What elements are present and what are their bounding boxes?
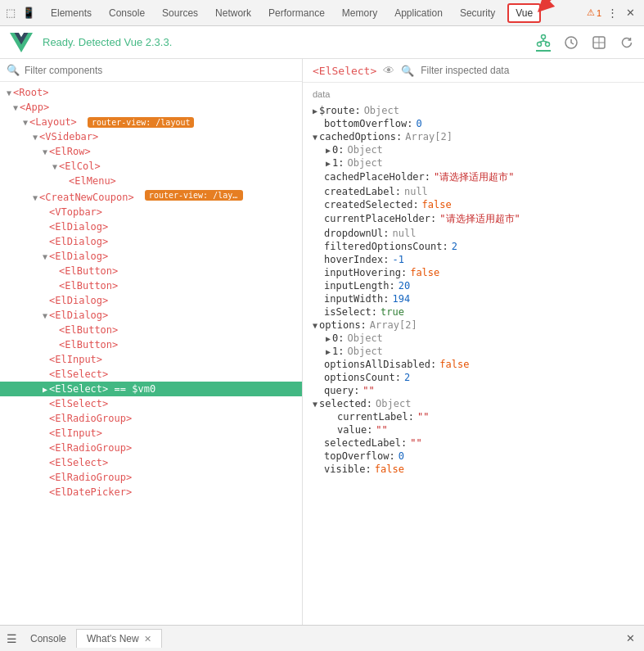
inspect-eye-icon[interactable]: 👁 (383, 64, 394, 77)
tree-item-elradiogroup1[interactable]: ▶<ElRadioGroup> (0, 411, 302, 426)
device-icon[interactable]: 📱 (21, 6, 36, 20)
component-search-bar: 🔍 (0, 59, 302, 82)
devtools-toolbar: ⬚ 📱 Elements Console Sources Network Per… (0, 0, 644, 26)
tab-vue[interactable]: Vue (507, 3, 541, 23)
tab-network[interactable]: Network (207, 0, 260, 25)
data-row-visible: visible:false (313, 463, 634, 476)
right-header: <ElSelect> 👁 🔍 (303, 59, 644, 83)
data-row-hoverindex: hoverIndex:-1 (313, 253, 634, 266)
tab-memory[interactable]: Memory (334, 0, 386, 25)
data-row-isselect: isSelect:true (313, 305, 634, 319)
data-row-optionscount: optionsCount:2 (313, 371, 634, 384)
warning-badge[interactable]: ⚠ 1 (587, 7, 601, 18)
data-row-options-0: ▶0:Object (313, 332, 634, 345)
tree-item-eldialog5[interactable]: ▼<ElDialog> (0, 308, 302, 323)
data-row-selectedlabel: selectedLabel:"" (313, 436, 634, 450)
data-row-inputhovering: inputHovering:false (313, 266, 634, 279)
tree-item-vsidebar[interactable]: ▼<VSidebar> (0, 129, 302, 144)
tree-item-elbutton1[interactable]: ▶<ElButton> (0, 264, 302, 278)
tab-sources[interactable]: Sources (154, 0, 207, 25)
tree-item-elrow[interactable]: ▼<ElRow> (0, 144, 302, 159)
data-row-filteredoptionscount: filteredOptionsCount:2 (313, 240, 634, 253)
data-row-cachedoptions: ▼cachedOptions:Array[2] (313, 130, 634, 143)
tree-item-elradiogroup2[interactable]: ▶<ElRadioGroup> (0, 441, 302, 455)
inspected-component-tag: <ElSelect> (313, 65, 376, 77)
data-row-inputlength: inputLength:20 (313, 279, 634, 292)
tree-item-elcol[interactable]: ▼<ElCol> (0, 159, 302, 174)
tree-item-vtopbar[interactable]: ▶<VTopbar> (0, 205, 302, 219)
tree-item-elselect1[interactable]: ▶<ElSelect> (0, 367, 302, 382)
tab-list: Elements Console Sources Network Perform… (43, 0, 587, 25)
component-tree: ▼<Root> ▼<App> ▼<Layout> router-view: /l… (0, 82, 302, 625)
data-search-input[interactable] (421, 65, 634, 76)
data-row-options-1: ▶1:Object (313, 345, 634, 358)
toolbar-icons-left: ⬚ 📱 (3, 6, 36, 20)
tree-item-eldialog3[interactable]: ▼<ElDialog> (0, 249, 302, 264)
data-row-bottomoverflow: bottomOverflow:0 (313, 117, 634, 130)
data-row-query: query:"" (313, 384, 634, 397)
tab-application[interactable]: Application (386, 0, 452, 25)
tree-item-elinput2[interactable]: ▶<ElInput> (0, 426, 302, 441)
tree-item-app[interactable]: ▼<App> (0, 100, 302, 115)
tree-item-elbutton4[interactable]: ▶<ElButton> (0, 337, 302, 352)
data-row-createdselected: createdSelected:false (313, 198, 634, 211)
tree-item-eldatepicker[interactable]: ▶<ElDatePicker> (0, 485, 302, 500)
tree-item-layout[interactable]: ▼<Layout> router-view: /layout (0, 115, 302, 129)
tree-item-elbutton2[interactable]: ▶<ElButton> (0, 278, 302, 293)
component-search-input[interactable] (25, 65, 295, 76)
tree-item-elradiogroup3[interactable]: ▶<ElRadioGroup> (0, 470, 302, 485)
data-search-icon: 🔍 (401, 65, 414, 77)
svg-line-4 (539, 41, 543, 43)
data-row-route: ▶$route:Object (313, 104, 634, 117)
main-panels: 🔍 ▼<Root> ▼<App> ▼<Layout> router-view: … (0, 59, 644, 625)
tree-item-elbutton3[interactable]: ▶<ElButton> (0, 323, 302, 337)
tree-item-eldialog2[interactable]: ▶<ElDialog> (0, 234, 302, 249)
data-row-cachedplaceholder: cachedPlaceHolder:"请选择适用超市" (313, 170, 634, 185)
svg-point-1 (538, 42, 542, 46)
tree-item-eldialog4[interactable]: ▶<ElDialog> (0, 293, 302, 308)
inspect-icon[interactable]: ⬚ (3, 6, 18, 20)
vue-toolbar: Ready. Detected Vue 2.3.3. (0, 26, 644, 59)
data-row-dropdownul: dropdownUl:null (313, 227, 634, 240)
data-row-cachedoptions-0: ▶0:Object (313, 143, 634, 156)
bottom-bar: ☰ Console What's New ✕ ✕ (0, 625, 644, 651)
svg-line-5 (543, 41, 547, 43)
data-section-title: data (313, 89, 634, 99)
data-panel: data ▶$route:Object bottomOverflow:0 ▼ca… (303, 83, 644, 625)
bottom-tab-whatsnew[interactable]: What's New ✕ (76, 629, 162, 648)
bottom-close-icon[interactable]: ✕ (623, 631, 637, 646)
vue-logo (10, 31, 33, 54)
data-row-options: ▼options:Array[2] (313, 319, 634, 332)
data-row-currentplaceholder: currentPlaceHolder:"请选择适用超市" (313, 211, 634, 227)
tab-elements[interactable]: Elements (43, 0, 101, 25)
tab-performance[interactable]: Performance (260, 0, 334, 25)
tree-item-elmenu[interactable]: ▶<ElMenu> (0, 174, 302, 188)
component-tree-icon[interactable] (536, 34, 551, 52)
vue-detected-title: Ready. Detected Vue 2.3.3. (43, 36, 172, 48)
close-icon[interactable]: ✕ (623, 6, 637, 20)
bottom-tab-console[interactable]: Console (20, 630, 76, 648)
tree-item-creatcoupon[interactable]: ▼<CreatNewCoupon> router-view: /layout (0, 188, 302, 205)
data-row-selected: ▼selected:Object (313, 397, 634, 410)
data-row-inputwidth: inputWidth:194 (313, 292, 634, 305)
tree-item-root[interactable]: ▼<Root> (0, 85, 302, 100)
history-icon[interactable] (564, 35, 579, 50)
left-panel: 🔍 ▼<Root> ▼<App> ▼<Layout> router-view: … (0, 59, 303, 625)
tab-security[interactable]: Security (452, 0, 504, 25)
tree-item-elinput1[interactable]: ▶<ElInput> (0, 352, 302, 367)
vue-toolbar-right (536, 34, 634, 52)
toolbar-right: ⚠ 1 ⋮ ✕ (587, 6, 641, 20)
right-panel: <ElSelect> 👁 🔍 data ▶$route:Object botto… (303, 59, 644, 625)
bottom-menu-icon[interactable]: ☰ (7, 632, 17, 645)
tree-item-elselect-selected[interactable]: ▶<ElSelect> == $vm0 (0, 382, 302, 396)
tree-item-eldialog1[interactable]: ▶<ElDialog> (0, 219, 302, 234)
vuex-icon[interactable] (592, 35, 606, 50)
tree-item-elselect3[interactable]: ▶<ElSelect> (0, 455, 302, 470)
tab-console[interactable]: Console (101, 0, 154, 25)
more-options-icon[interactable]: ⋮ (605, 6, 619, 20)
data-row-cachedoptions-1: ▶1:Object (313, 156, 634, 170)
tree-item-elselect2[interactable]: ▶<ElSelect> (0, 396, 302, 411)
data-row-topoverflow: topOverflow:0 (313, 450, 634, 463)
close-whatsnew-button[interactable]: ✕ (144, 634, 151, 644)
refresh-icon[interactable] (619, 35, 634, 50)
